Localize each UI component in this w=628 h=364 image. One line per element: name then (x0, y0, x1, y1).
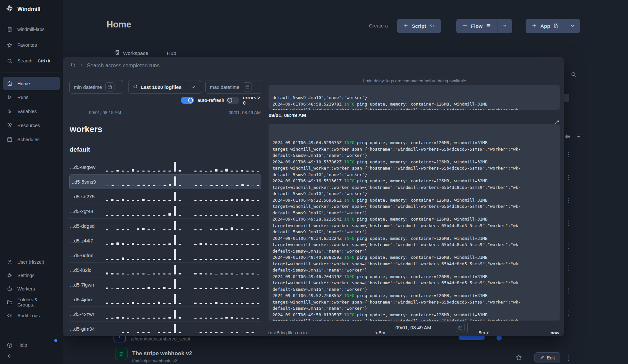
min-datetime-input[interactable]: min datetime (69, 80, 123, 94)
sidebar-item-schedules[interactable]: Schedules (0, 132, 63, 146)
worker-activity-sparkline (106, 175, 260, 189)
worker-activity-sparkline (106, 277, 261, 292)
auto-refresh-label: auto-refresh (198, 98, 224, 103)
create-script-button[interactable]: Script (397, 19, 441, 33)
sidebar-item-label: Audit Logs (17, 313, 40, 318)
log-level: INFO (341, 178, 357, 183)
help-icon (6, 342, 13, 348)
row-kebab-menu[interactable]: ⋮ (566, 174, 572, 181)
log-level: INFO (341, 312, 357, 317)
worker-row[interactable]: ...d5-6qfnn (69, 248, 261, 263)
resources-icon (6, 122, 13, 129)
sidebar-item-variables[interactable]: $Variables (0, 104, 63, 118)
log-level: INFO (341, 236, 357, 241)
filter-list-icon[interactable] (576, 133, 582, 141)
worker-name: ...d5-8sg9w (70, 164, 106, 170)
log-delay-note: 1 min delay: logs are compacted before b… (264, 78, 564, 83)
auto-refresh-toggle[interactable] (181, 97, 194, 104)
search-input[interactable] (86, 62, 557, 69)
grid-icon (553, 23, 559, 30)
sidebar-item-search[interactable]: SearchCtrl+k (0, 53, 63, 69)
favorite-star-icon[interactable] (515, 354, 522, 362)
robot-icon (6, 286, 13, 292)
back-5m-button[interactable]: < 5m (375, 330, 385, 335)
worker-row[interactable]: ...d5-z44f7 (69, 233, 261, 248)
create-app-button[interactable]: App (526, 19, 580, 33)
row-kebab-menu[interactable]: ⋮ (566, 309, 572, 317)
tab-workspace[interactable]: Workspace (114, 50, 148, 57)
worker-row[interactable]: ...d5-7lgwn (69, 277, 261, 292)
errors-label: errors > 0 (243, 95, 264, 106)
filter-sliders-icon[interactable] (565, 133, 571, 141)
worker-activity-sparkline (106, 204, 261, 218)
sidebar-item-user-rfiszel[interactable]: User (rfiszel) (0, 255, 63, 269)
star-icon (6, 42, 13, 48)
sidebar-item-workers[interactable]: Workers (0, 282, 63, 295)
logfiles-select[interactable]: Last 1000 logfiles (128, 80, 201, 94)
flow-icon (115, 348, 128, 360)
worker-name: ...d5-z44f7 (70, 238, 106, 243)
worker-row[interactable]: ...d5-ddgsd (69, 219, 261, 233)
chevron-down-icon[interactable] (186, 85, 200, 90)
brand[interactable]: Windmill (0, 0, 63, 18)
errors-toggle[interactable] (226, 97, 239, 104)
create-flow-button[interactable]: Flow (456, 19, 512, 33)
calendar-icon[interactable] (243, 82, 252, 91)
collapse-sidebar-button[interactable] (0, 350, 63, 361)
now-button[interactable]: now (550, 330, 559, 335)
sidebar-item-home[interactable]: Home (3, 77, 60, 90)
building-icon (6, 26, 13, 33)
sidebar-item-windmill-labs[interactable]: windmill-labs (0, 22, 63, 37)
row-kebab-menu[interactable]: ⋮ (566, 264, 572, 272)
script-path: u/henri/unencumbered_script (131, 336, 190, 341)
chevron-down-icon (570, 23, 575, 30)
worker-row[interactable]: ...d5-gtm94 (69, 322, 261, 336)
worker-row[interactable]: ...d5-sb275 (69, 189, 261, 204)
worker-row[interactable]: ...d5-5sms9 (69, 174, 261, 189)
row-kebab-menu[interactable]: ⋮ (566, 219, 572, 227)
plus-icon (403, 23, 409, 30)
log-level: INFO (341, 159, 357, 164)
calendar-icon[interactable] (456, 323, 465, 332)
sidebar-item-folders-groups[interactable]: Folders & Groups... (0, 295, 63, 309)
item-title: The stripe webhook v2 (132, 350, 192, 357)
row-kebab-menu[interactable]: ⋮ (566, 354, 572, 362)
search-toolbar-icon[interactable] (570, 71, 577, 79)
errors-filter-control: errors > 0 (226, 97, 264, 104)
sidebar-item-audit-logs[interactable]: Audit Logs (0, 309, 63, 322)
log-level: INFO (341, 293, 357, 298)
row-kebab-menu[interactable]: ⋮ (566, 151, 572, 158)
worker-row[interactable]: ...d5-42zwr (69, 307, 261, 322)
worker-row[interactable]: ...d5-8sg9w (69, 160, 261, 174)
sidebar-item-settings[interactable]: Settings (0, 269, 63, 282)
worker-activity-sparkline (106, 307, 261, 321)
app-window: Home Create a Script Flow App Wor (0, 0, 628, 364)
row-kebab-menu[interactable]: ⋮ (566, 287, 572, 294)
sidebar-item-resources[interactable]: Resources (0, 118, 63, 132)
forward-5m-button[interactable]: 5m > (479, 330, 489, 335)
max-datetime-input[interactable]: max datetime (205, 80, 262, 94)
sidebar-item-label: Variables (17, 109, 37, 114)
app-dropdown-button[interactable] (565, 19, 580, 33)
row-divider (107, 346, 576, 346)
sidebar-item-label: Home (17, 81, 30, 86)
row-kebab-menu[interactable]: ⋮ (566, 242, 572, 250)
search-icon (70, 62, 76, 69)
worker-row[interactable]: ...d5-xgt48 (69, 204, 261, 219)
flow-dropdown-button[interactable] (497, 19, 512, 33)
worker-activity-sparkline (106, 219, 261, 233)
sidebar-item-favorites[interactable]: Favorites (0, 37, 63, 53)
worker-name: ...d5-ddgsd (70, 223, 106, 229)
log-datetime-input[interactable]: 09/01, 08:49 AM (391, 322, 468, 333)
tab-hub[interactable]: Hub (164, 50, 176, 57)
workers-panel: min datetime Last 1000 logfiles max date… (63, 74, 264, 336)
edit-button[interactable]: Edit (534, 352, 560, 363)
row-kebab-menu[interactable]: ⋮ (566, 196, 572, 204)
worker-row[interactable]: ...d5-4jdxx (69, 292, 261, 307)
create-a-label: Create a (369, 23, 388, 28)
sidebar-item-runs[interactable]: Runs (0, 90, 63, 104)
calendar-icon[interactable] (105, 82, 114, 91)
worker-row[interactable]: ...d5-l82lc (69, 263, 261, 277)
log-level: INFO (341, 102, 357, 107)
workers-heading: workers (70, 124, 102, 134)
